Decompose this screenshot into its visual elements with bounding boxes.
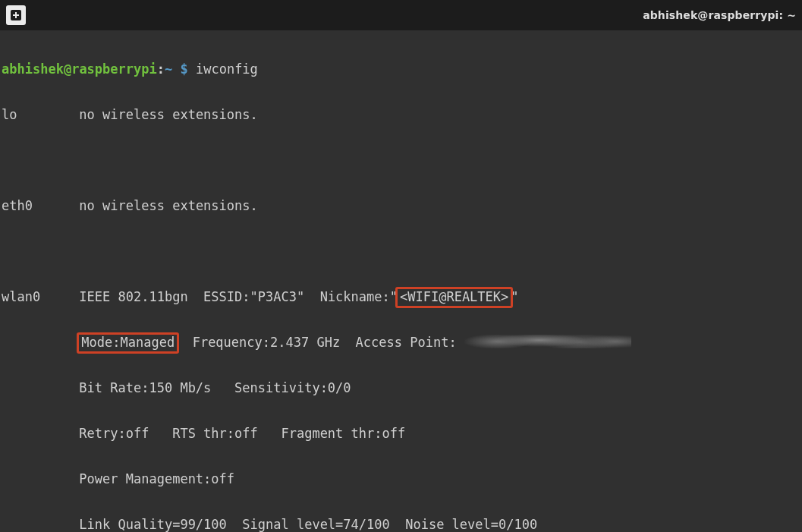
highlight-mode-wlan0: Mode:Managed xyxy=(77,332,179,354)
wlan0-essid: IEEE 802.11bgn ESSID:"P3AC3" Nickname:" xyxy=(40,289,398,304)
iface-lo: lo xyxy=(2,107,17,122)
output-wlan0-l5: Power Management:off xyxy=(2,467,800,490)
iface-wlan0: wlan0 xyxy=(2,289,40,304)
output-wlan0-l1: wlan0 IEEE 802.11bgn ESSID:"P3AC3" Nickn… xyxy=(2,285,800,308)
new-tab-button[interactable] xyxy=(6,5,26,25)
eth0-info: no wireless extensions. xyxy=(33,198,258,213)
window-title: abhishek@raspberrypi: ~ xyxy=(643,9,796,21)
output-wlan0-l6: Link Quality=99/100 Signal level=74/100 … xyxy=(2,513,800,532)
prompt-path: ~ xyxy=(165,61,172,77)
output-wlan0-l4: Retry:off RTS thr:off Fragment thr:off xyxy=(2,422,800,445)
blank-line xyxy=(2,240,800,263)
prompt-user: abhishek xyxy=(2,61,64,77)
svg-rect-2 xyxy=(13,14,19,16)
iface-eth0: eth0 xyxy=(2,198,33,213)
terminal-plus-icon xyxy=(11,10,21,20)
output-eth0: eth0 no wireless extensions. xyxy=(2,194,800,217)
output-wlan0-l3: Bit Rate:150 Mb/s Sensitivity:0/0 xyxy=(2,376,800,399)
wlan0-nick-tail: " xyxy=(511,289,518,304)
redacted-mac-icon xyxy=(464,335,631,348)
blank-line xyxy=(2,149,800,172)
prompt-colon: : xyxy=(157,61,165,77)
prompt-dollar: $ xyxy=(172,61,196,77)
terminal-output[interactable]: abhishek@raspberrypi:~ $ iwconfig lo no … xyxy=(0,30,802,532)
command-text: iwconfig xyxy=(196,61,258,77)
pad xyxy=(2,335,79,350)
highlight-nickname: <WIFI@REALTEK> xyxy=(395,287,513,308)
output-wlan0-l2: Mode:Managed Frequency:2.437 GHz Access … xyxy=(2,331,800,354)
titlebar: abhishek@raspberrypi: ~ xyxy=(0,0,802,30)
lo-info: no wireless extensions. xyxy=(17,107,257,122)
prompt-at: @ xyxy=(64,61,71,77)
output-lo: lo no wireless extensions. xyxy=(2,103,800,126)
prompt-line-1: abhishek@raspberrypi:~ $ iwconfig xyxy=(2,58,800,80)
prompt-host: raspberrypi xyxy=(71,61,157,77)
wlan0-freq: Frequency:2.437 GHz Access Point: xyxy=(177,335,464,350)
